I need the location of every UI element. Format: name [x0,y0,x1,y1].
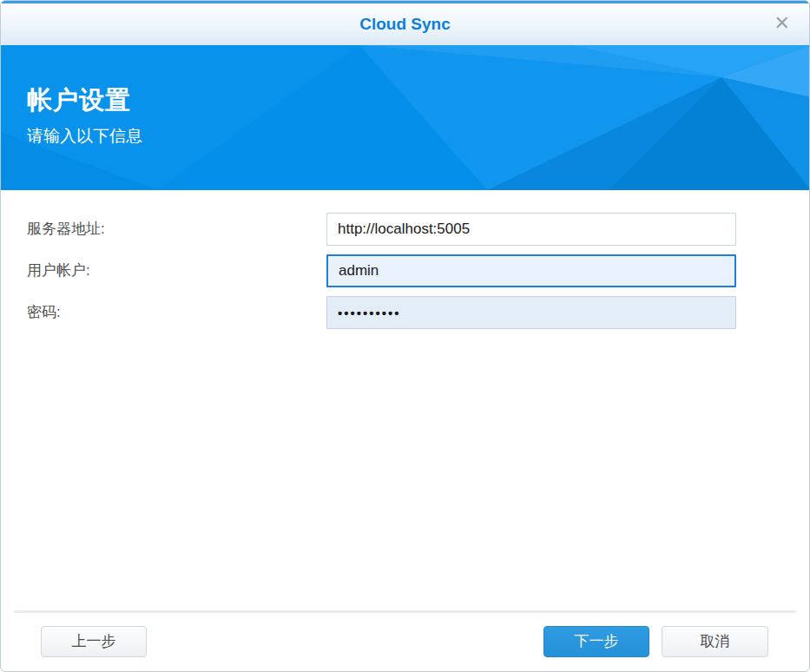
server-address-row: 服务器地址: [1,213,809,246]
cloud-sync-wizard-dialog: Cloud Sync ✕ 帐户设置 请输入以下信息 服务器地址: 用户帐户: [0,0,810,672]
footer-divider [14,610,796,613]
server-address-label: 服务器地址: [27,213,105,246]
user-account-row: 用户帐户: [1,254,809,287]
page-subtitle: 请输入以下信息 [27,125,142,148]
cancel-button[interactable]: 取消 [662,626,768,657]
titlebar: Cloud Sync ✕ [1,1,809,45]
page-title: 帐户设置 [27,83,142,118]
user-account-input[interactable] [326,254,736,287]
next-button[interactable]: 下一步 [543,626,649,657]
password-label: 密码: [27,296,61,329]
close-icon[interactable]: ✕ [774,3,790,45]
password-row: 密码: [1,296,809,329]
account-settings-form: 服务器地址: 用户帐户: 密码: [1,190,809,329]
user-account-label: 用户帐户: [27,254,90,287]
back-button[interactable]: 上一步 [41,626,147,657]
password-input[interactable] [326,296,736,329]
window-title: Cloud Sync [1,3,809,45]
server-address-input[interactable] [326,213,736,246]
banner-text-block: 帐户设置 请输入以下信息 [27,83,142,148]
wizard-banner: 帐户设置 请输入以下信息 [1,45,809,190]
